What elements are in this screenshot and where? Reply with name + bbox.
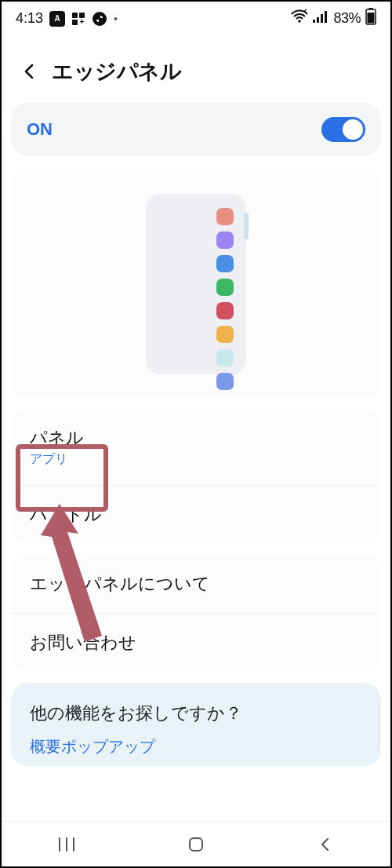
list-item-title: ハンドル: [30, 503, 362, 527]
list-item-contact[interactable]: お問い合わせ: [11, 614, 381, 672]
suggestion-title: 他の機能をお探しですか？: [30, 702, 362, 725]
svg-point-5: [299, 20, 302, 23]
list-item-about[interactable]: エッジパネルについて: [11, 555, 381, 614]
list-item-title: パネル: [30, 426, 362, 450]
page-header: エッジパネル: [2, 32, 390, 103]
svg-text:+: +: [80, 17, 85, 26]
nav-back-button[interactable]: [310, 829, 341, 860]
svg-rect-6: [313, 20, 315, 23]
status-app-icon-2: +: [71, 12, 85, 26]
svg-rect-0: [72, 13, 78, 18]
nav-home-button[interactable]: [180, 829, 212, 860]
home-icon: [187, 835, 205, 854]
svg-rect-17: [190, 838, 202, 851]
chevron-left-icon: [21, 63, 38, 80]
back-button[interactable]: [19, 60, 41, 82]
list-item-title: エッジパネルについて: [30, 572, 362, 596]
battery-text: 83%: [333, 10, 361, 27]
list-item-sub: アプリ: [30, 451, 362, 468]
svg-rect-7: [317, 17, 319, 23]
svg-rect-8: [321, 14, 323, 23]
svg-rect-9: [325, 11, 327, 23]
master-toggle-switch[interactable]: [321, 117, 365, 142]
list-item-title: お問い合わせ: [30, 631, 362, 655]
suggestion-card: 他の機能をお探しですか？ 概要ポップアップ: [11, 683, 381, 767]
svg-rect-2: [72, 20, 78, 25]
toggle-knob: [343, 119, 363, 140]
edge-panel-illustration: [11, 167, 381, 398]
svg-point-4: [93, 12, 107, 26]
settings-list-2: エッジパネルについて お問い合わせ: [11, 555, 381, 672]
system-nav-bar: [2, 821, 390, 866]
status-bar: 4:13 A + • 83%: [2, 2, 390, 32]
status-dot-icon: •: [114, 13, 118, 25]
edge-handle-illustration: [244, 213, 249, 239]
suggestion-link[interactable]: 概要ポップアップ: [30, 736, 362, 757]
status-app-icon-1: A: [49, 11, 65, 27]
battery-icon: [365, 8, 376, 29]
settings-list-1: パネル アプリ ハンドル: [11, 409, 381, 544]
wifi-icon: [291, 9, 308, 27]
back-icon: [318, 837, 333, 852]
status-app-icon-3: [92, 11, 107, 27]
svg-rect-12: [368, 13, 375, 24]
recents-icon: [57, 837, 76, 852]
phone-mock: [146, 194, 246, 374]
list-item-handle[interactable]: ハンドル: [11, 486, 381, 544]
master-toggle-card: ON: [11, 103, 381, 156]
page-title: エッジパネル: [52, 57, 181, 86]
toggle-label: ON: [27, 119, 53, 140]
status-time: 4:13: [16, 10, 43, 27]
signal-icon: [313, 10, 328, 27]
nav-recents-button[interactable]: [51, 829, 82, 860]
app-dots: [216, 208, 234, 390]
list-item-panel[interactable]: パネル アプリ: [11, 409, 381, 486]
